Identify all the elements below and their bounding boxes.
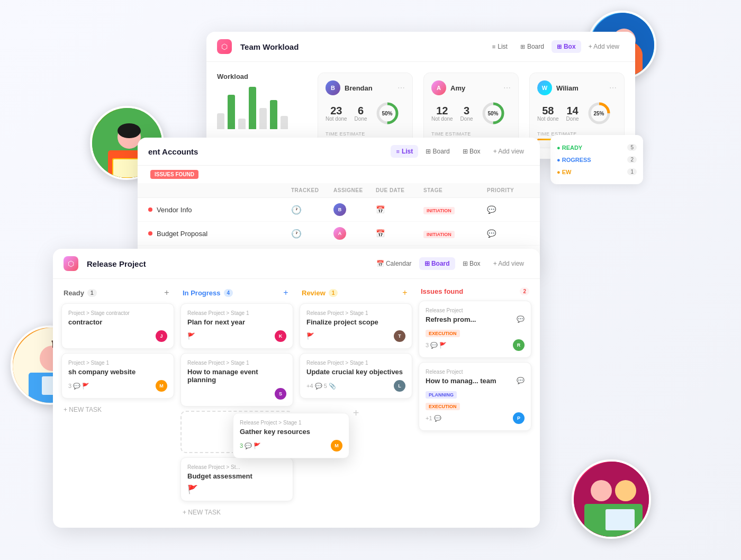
task-dot xyxy=(148,231,152,236)
brendan-done: 6 Done xyxy=(355,105,367,122)
card-avatar: P xyxy=(513,412,525,424)
tab-board-accounts[interactable]: ⊞ Board xyxy=(420,145,455,158)
bar-2 xyxy=(228,95,235,129)
task-card-budget-assess[interactable]: Release Project > St... Budget assessmen… xyxy=(180,457,293,501)
card-tags2: EXECUTION xyxy=(426,401,525,410)
task-card-objectives[interactable]: Release Project > Stage 1 Update crucial… xyxy=(300,353,412,399)
wiliam-donut: 25% xyxy=(586,101,612,126)
sidebar-ready[interactable]: ● READY 5 xyxy=(557,141,637,153)
flag-icon: 🚩 xyxy=(306,332,314,340)
column-issues-header: Issues found 2 xyxy=(419,287,531,295)
card-comment-icon: 💬 xyxy=(517,315,525,323)
column-issues-title: Issues found xyxy=(421,287,463,295)
table-row[interactable]: Vendor Info 🕐 B 📅 INITIATION 💬 xyxy=(138,198,540,222)
task-card-how-manag[interactable]: Release Project How to manag... team 💬 P… xyxy=(419,362,531,431)
task-card-finalize[interactable]: Release Project > Stage 1 Finalize proje… xyxy=(300,303,412,349)
workload-panel-header: ⬡ Team Workload ≡ List ⊞ Board ⊞ Box + A… xyxy=(206,32,635,62)
brendan-donut: 50% xyxy=(375,101,400,126)
sidebar-progress[interactable]: ● ROGRESS 2 xyxy=(557,153,637,166)
amy-avatar: A xyxy=(431,80,446,95)
task-card-refresh[interactable]: Release Project Refresh prom... 💬 EXECUT… xyxy=(419,301,531,358)
column-in-progress: In Progress 4 + Release Project > Stage … xyxy=(180,287,293,519)
brendan-name: Brendan xyxy=(345,84,393,92)
card-avatar: M xyxy=(156,380,167,392)
tab-list-workload[interactable]: ≡ List xyxy=(487,40,513,53)
wiliam-avatar: W xyxy=(537,80,552,95)
table-row[interactable]: Budget Proposal 🕐 A 📅 INITIATION 💬 xyxy=(138,222,540,246)
card-title: Refresh prom... xyxy=(426,315,517,323)
amy-time-label: TIME ESTIMATE xyxy=(431,131,511,137)
card-title: How to manage event planning xyxy=(187,368,286,384)
avatar-couple xyxy=(572,459,651,539)
workload-title: Team Workload xyxy=(240,42,299,51)
tab-box-accounts[interactable]: ⊞ Box xyxy=(457,145,486,158)
column-review-add[interactable]: + xyxy=(400,287,410,298)
brendan-not-done: 23 Not done xyxy=(326,105,347,122)
card-path: Project > Stage 1 xyxy=(68,360,167,366)
col-duedate: DUE DATE xyxy=(376,187,423,193)
task-card-website[interactable]: Project > Stage 1 sh company website 3 💬… xyxy=(61,353,174,399)
add-view-workload[interactable]: + Add view xyxy=(583,40,625,53)
wiliam-options[interactable]: ⋯ xyxy=(609,84,617,92)
card-avatar: R xyxy=(513,339,525,351)
sidebar-review[interactable]: ● EW 1 xyxy=(557,166,637,178)
bar-6 xyxy=(270,100,277,129)
brendan-options[interactable]: ⋯ xyxy=(397,84,405,92)
task-card-event[interactable]: Release Project > Stage 1 How to manage … xyxy=(180,353,293,407)
card-path: Release Project > Stage 1 xyxy=(187,310,286,316)
col-priority: PRIORITY xyxy=(487,187,529,193)
wiliam-not-done: 58 Not done xyxy=(537,105,559,122)
column-progress-header: In Progress 4 + xyxy=(180,287,293,298)
accounts-title: ent Accounts xyxy=(148,147,198,156)
board-panel: ⬡ Release Project 📅 Calendar ⊞ Board ⊞ B… xyxy=(53,249,540,528)
add-task-ready[interactable]: + NEW TASK xyxy=(61,403,174,417)
card-footer: 🚩 xyxy=(187,484,286,494)
svg-point-19 xyxy=(591,480,612,501)
floating-card-title: Gather key resources xyxy=(240,428,342,436)
amy-options[interactable]: ⋯ xyxy=(503,84,511,92)
column-review-header: Review 1 + xyxy=(300,287,412,298)
workload-nav-tabs: ≡ List ⊞ Board ⊞ Box + Add view xyxy=(487,40,625,53)
priority-2: 💬 xyxy=(487,229,529,238)
add-view-accounts[interactable]: + Add view xyxy=(488,145,529,158)
amy-stats: 12 Not done 3 Done 50% xyxy=(431,101,511,126)
card-title: Finalize project scope xyxy=(306,318,405,326)
workload-icon: ⬡ xyxy=(217,39,232,54)
brendan-stats: 23 Not done 6 Done 50% xyxy=(326,101,405,126)
board-header: ⬡ Release Project 📅 Calendar ⊞ Board ⊞ B… xyxy=(53,249,540,279)
table-header: TRACKED ASSIGNEE DUE DATE STAGE PRIORITY xyxy=(138,183,540,198)
column-ready-add[interactable]: + xyxy=(161,287,172,298)
task-card-plan[interactable]: Release Project > Stage 1 Plan for next … xyxy=(180,303,293,349)
wiliam-header: W Wiliam ⋯ xyxy=(537,80,617,95)
tab-box[interactable]: ⊞ Box xyxy=(457,257,486,270)
board-panel-icon: ⬡ xyxy=(64,256,78,271)
card-avatar: S xyxy=(275,388,286,400)
card-title: sh company website xyxy=(68,368,167,376)
board-nav-tabs: 📅 Calendar ⊞ Board ⊞ Box + Add view xyxy=(371,257,529,270)
tab-box-workload[interactable]: ⊞ Box xyxy=(552,40,581,53)
card-footer: 3 💬 🚩 M xyxy=(68,380,167,392)
tab-list-accounts[interactable]: ≡ List xyxy=(391,145,418,158)
col-tracked: TRACKED xyxy=(291,187,333,193)
bar-chart xyxy=(217,87,307,129)
svg-point-20 xyxy=(615,480,636,501)
duedate-1: 📅 xyxy=(376,205,423,214)
issues-row: ISSUES FOUND xyxy=(138,166,540,183)
column-progress-add[interactable]: + xyxy=(281,287,291,298)
bar-4 xyxy=(249,87,256,129)
card-avatar: T xyxy=(394,330,405,342)
bar-3 xyxy=(238,119,246,129)
column-issues: Issues found 2 Release Project Refresh p… xyxy=(419,287,531,519)
card-footer: 🚩 K xyxy=(187,330,286,342)
card-avatar: J xyxy=(156,330,167,342)
tab-board[interactable]: ⊞ Board xyxy=(419,257,455,270)
add-task-progress[interactable]: + NEW TASK xyxy=(180,505,293,519)
task-card-contractor[interactable]: Project > Stage contractor contractor J xyxy=(61,303,174,349)
amy-donut: 50% xyxy=(481,101,506,126)
list-icon: ≡ xyxy=(492,43,495,50)
floating-gather-card[interactable]: Release Project > Stage 1 Gather key res… xyxy=(233,413,349,458)
tab-board-workload[interactable]: ⊞ Board xyxy=(515,40,549,53)
tab-calendar[interactable]: 📅 Calendar xyxy=(371,257,417,270)
add-view-board[interactable]: + Add view xyxy=(488,257,529,270)
amy-not-done: 12 Not done xyxy=(431,105,453,122)
